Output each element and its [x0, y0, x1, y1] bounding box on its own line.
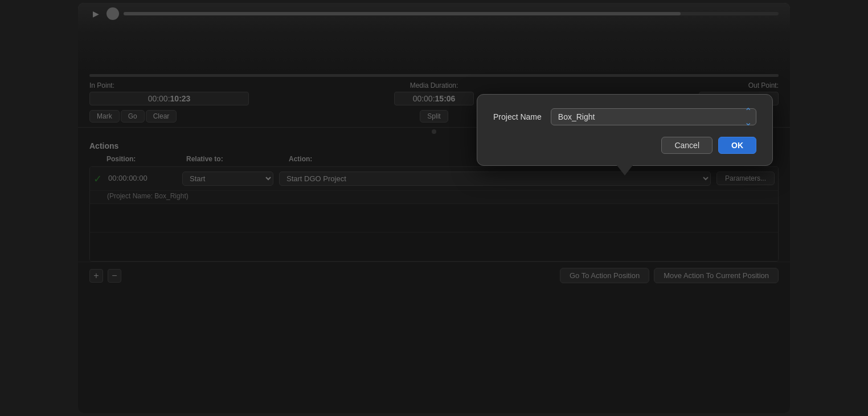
modal-input-row: Project Name Box_Right Box_Left Box_Top … [493, 108, 756, 125]
cancel-button[interactable]: Cancel [661, 137, 713, 154]
modal-select-wrapper: Box_Right Box_Left Box_Top Box_Bottom ⌃⌄ [551, 108, 756, 125]
modal-overlay: Project Name Box_Right Box_Left Box_Top … [78, 3, 790, 413]
modal-project-name-label: Project Name [493, 112, 542, 121]
modal-buttons: Cancel OK [493, 137, 756, 154]
project-name-select[interactable]: Box_Right Box_Left Box_Top Box_Bottom [551, 108, 756, 125]
project-name-dialog: Project Name Box_Right Box_Left Box_Top … [477, 94, 773, 166]
main-panel: ▶ In Point: 00:00:10:23 Media Duration: … [78, 3, 790, 413]
ok-button[interactable]: OK [718, 137, 756, 154]
